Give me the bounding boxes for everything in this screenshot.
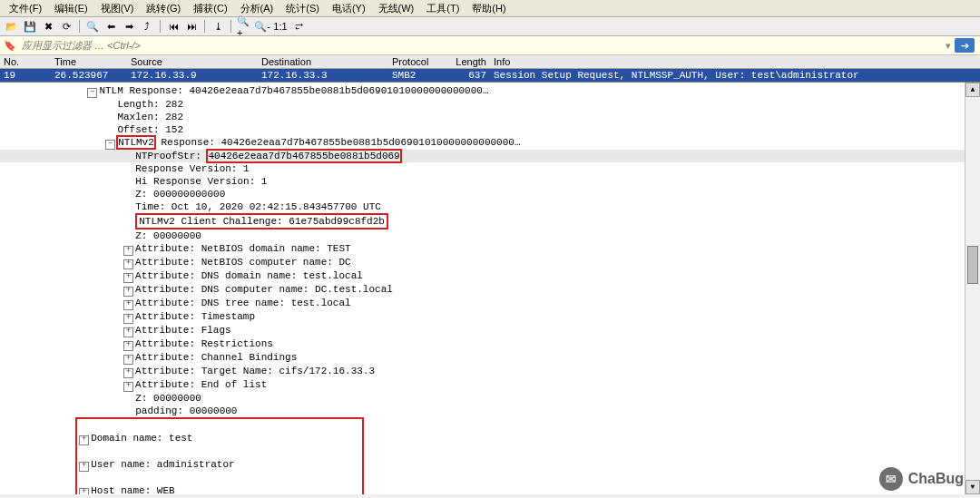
tree-line[interactable]: NTLMv2 Client Challenge: 61e75abd99c8fd2… [0, 213, 980, 229]
expand-icon[interactable]: + [79, 488, 89, 494]
tree-line[interactable]: +Domain name: test [79, 432, 360, 445]
expand-icon[interactable]: + [123, 327, 133, 337]
tree-line[interactable]: +Attribute: NetBIOS domain name: TEST [0, 242, 980, 256]
tree-line-selected[interactable]: NTProofStr: 40426e2eaa7d7b467855be0881b5… [0, 150, 980, 162]
menu-capture[interactable]: 捕获(C) [188, 1, 232, 16]
zoom-reset-icon[interactable]: 1:1 [272, 18, 289, 34]
tree-line[interactable]: +Attribute: Timestamp [0, 310, 980, 324]
expand-icon[interactable]: + [123, 341, 133, 351]
collapse-icon[interactable]: − [87, 88, 97, 98]
tree-line[interactable]: +Attribute: Target Name: cifs/172.16.33.… [0, 365, 980, 378]
packet-list-header: No. Time Source Destination Protocol Len… [0, 55, 980, 69]
vertical-scrollbar[interactable]: ▲ ▼ [965, 83, 980, 494]
tree-line[interactable]: +Attribute: DNS domain name: test.local [0, 269, 980, 283]
jump-icon[interactable]: ⤴ [139, 18, 155, 34]
expand-icon[interactable]: + [123, 259, 133, 269]
zoom-in-icon[interactable]: 🔍+ [236, 18, 252, 34]
tree-line[interactable]: Z: 00000000 [0, 229, 980, 242]
col-destination[interactable]: Destination [258, 56, 388, 67]
expand-icon[interactable]: + [123, 314, 133, 324]
expand-icon[interactable]: + [123, 382, 133, 392]
group-highlight-start: +Domain name: test +User name: administr… [0, 417, 980, 494]
tree-line[interactable]: Z: 000000000000 [0, 188, 980, 200]
menu-wireless[interactable]: 无线(W) [373, 1, 420, 16]
menu-telephony[interactable]: 电话(Y) [327, 1, 371, 16]
cell-source: 172.16.33.9 [127, 70, 258, 81]
menu-analyze[interactable]: 分析(A) [235, 1, 279, 16]
col-length[interactable]: Length [446, 56, 490, 67]
tree-line[interactable]: Z: 00000000 [0, 392, 980, 405]
zoom-out-icon[interactable]: 🔍- [254, 18, 270, 34]
highlight-ntproofstr: 40426e2eaa7d7b467855be0881b5d069 [207, 150, 400, 162]
highlight-client-challenge: NTLMv2 Client Challenge: 61e75abd99c8fd2… [135, 213, 388, 229]
display-filter-input[interactable] [20, 39, 942, 52]
tree-line[interactable]: +User name: administrator [79, 458, 360, 472]
menu-tools[interactable]: 工具(T) [421, 1, 465, 16]
expand-icon[interactable]: + [123, 287, 133, 297]
menu-view[interactable]: 视图(V) [95, 1, 140, 16]
col-no[interactable]: No. [0, 56, 51, 67]
display-filter-bar: 🔖 ▾ ➔ [0, 36, 980, 55]
resize-cols-icon[interactable]: ⥂ [290, 18, 307, 34]
save-icon[interactable]: 💾 [22, 18, 38, 34]
last-icon[interactable]: ⏭ [183, 18, 200, 34]
cell-protocol: SMB2 [388, 70, 446, 81]
tree-line[interactable]: +Attribute: Flags [0, 324, 980, 337]
tree-line[interactable]: padding: 00000000 [0, 405, 980, 417]
expand-icon[interactable]: + [123, 355, 133, 365]
tree-line[interactable]: Response Version: 1 [0, 162, 980, 175]
cell-destination: 172.16.33.3 [258, 70, 388, 81]
fwd-icon[interactable]: ➡ [121, 18, 137, 34]
open-icon[interactable]: 📂 [4, 18, 20, 34]
scroll-down-arrow[interactable]: ▼ [965, 480, 980, 494]
autoscroll-icon[interactable]: ⤓ [210, 18, 226, 34]
toolbar: 📂 💾 ✖ ⟳ 🔍 ⬅ ➡ ⤴ ⏮ ⏭ ⤓ 🔍+ 🔍- 1:1 ⥂ [0, 17, 980, 36]
tree-line[interactable]: Hi Response Version: 1 [0, 175, 980, 188]
menu-help[interactable]: 帮助(H) [466, 1, 511, 16]
scroll-thumb[interactable] [967, 246, 978, 284]
col-info[interactable]: Info [490, 56, 980, 67]
menu-go[interactable]: 跳转(G) [141, 1, 186, 16]
scroll-up-arrow[interactable]: ▲ [965, 83, 980, 97]
packet-row[interactable]: 19 26.523967 172.16.33.9 172.16.33.3 SMB… [0, 69, 980, 82]
tree-line[interactable]: Offset: 152 [0, 123, 980, 136]
tree-line[interactable]: +Attribute: Channel Bindings [0, 351, 980, 365]
tree-line[interactable]: +Attribute: DNS tree name: test.local [0, 297, 980, 310]
tree-line[interactable]: Length: 282 [0, 98, 980, 111]
menu-file[interactable]: 文件(F) [4, 1, 47, 16]
packet-details-pane[interactable]: ▲ ▼ −NTLM Response: 40426e2eaa7d7b467855… [0, 82, 980, 494]
tree-line[interactable]: −NTLM Response: 40426e2eaa7d7b467855be08… [0, 84, 980, 98]
tree-line[interactable]: +Attribute: DNS computer name: DC.test.l… [0, 283, 980, 297]
tree-line[interactable]: +Attribute: NetBIOS computer name: DC [0, 256, 980, 269]
back-icon[interactable]: ⬅ [103, 18, 119, 34]
expand-icon[interactable]: + [79, 462, 89, 472]
tree-line[interactable]: +Attribute: End of list [0, 378, 980, 392]
toolbar-separator [230, 20, 231, 33]
apply-filter-button[interactable]: ➔ [955, 38, 975, 53]
tree-line[interactable]: Time: Oct 10, 2020 02:42:15.843457700 UT… [0, 200, 980, 213]
expand-icon[interactable]: + [123, 246, 133, 256]
collapse-icon[interactable]: − [105, 140, 115, 150]
expression-button[interactable]: ▾ [946, 40, 951, 52]
highlight-auth-block: +Domain name: test +User name: administr… [75, 417, 364, 494]
menu-bar: 文件(F) 编辑(E) 视图(V) 跳转(G) 捕获(C) 分析(A) 统计(S… [0, 0, 980, 17]
expand-icon[interactable]: + [123, 368, 133, 378]
menu-edit[interactable]: 编辑(E) [49, 1, 93, 16]
find-icon[interactable]: 🔍 [84, 18, 101, 34]
close-icon[interactable]: ✖ [40, 18, 56, 34]
toolbar-separator [160, 20, 161, 33]
tree-line[interactable]: +Attribute: Restrictions [0, 337, 980, 351]
first-icon[interactable]: ⏮ [165, 18, 181, 34]
tree-line[interactable]: Maxlen: 282 [0, 111, 980, 123]
menu-statistics[interactable]: 统计(S) [280, 1, 325, 16]
expand-icon[interactable]: + [123, 273, 133, 283]
expand-icon[interactable]: + [123, 300, 133, 310]
expand-icon[interactable]: + [79, 435, 89, 445]
col-source[interactable]: Source [127, 56, 258, 67]
tree-line[interactable]: −NTLMv2 Response: 40426e2eaa7d7b467855be… [0, 136, 980, 150]
col-time[interactable]: Time [51, 56, 127, 67]
tree-line[interactable]: +Host name: WEB [79, 484, 360, 494]
col-protocol[interactable]: Protocol [388, 56, 446, 67]
reload-icon[interactable]: ⟳ [58, 18, 74, 34]
bookmark-icon[interactable]: 🔖 [4, 39, 16, 52]
